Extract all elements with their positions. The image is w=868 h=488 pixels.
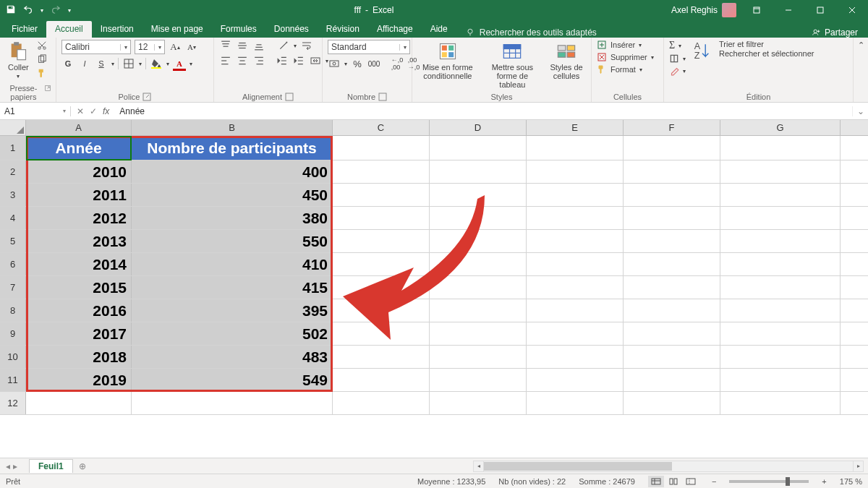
conditional-formatting-button[interactable]: Mise en forme conditionnelle [417,40,478,82]
cell-F1[interactable] [624,136,720,160]
number-format-select[interactable]: Standard▾ [328,40,410,54]
row-header[interactable]: 3 [0,184,26,206]
cell-A1[interactable]: Année [26,136,132,160]
zoom-out-button[interactable]: − [712,477,716,486]
share-button[interactable]: Partager [812,27,858,38]
select-all-corner[interactable] [0,120,26,135]
cell-D11[interactable] [430,369,527,391]
cell-F7[interactable] [624,276,720,299]
column-header-C[interactable]: C [333,120,430,135]
undo-dropdown-icon[interactable]: ▾ [41,7,43,14]
format-painter-icon[interactable] [35,67,48,79]
column-header-D[interactable]: D [430,120,527,135]
column-header-E[interactable]: E [527,120,624,135]
insert-cells-button[interactable]: Insérer▾ [597,40,642,50]
cell-B10[interactable]: 483 [132,346,333,368]
cell-C8[interactable] [333,299,430,322]
align-middle-icon[interactable] [236,40,249,51]
launcher-icon[interactable] [285,93,294,101]
tab-review[interactable]: Révision [318,21,368,38]
cell-D9[interactable] [430,322,527,345]
sort-filter-label[interactable]: Trier et filtrer [719,40,814,49]
cell-F6[interactable] [624,253,720,275]
delete-cells-button[interactable]: Supprimer▾ [597,52,654,62]
cell-F12[interactable] [624,392,720,414]
cell-F8[interactable] [624,299,720,322]
account-area[interactable]: Axel Reghis [671,3,741,17]
paste-button[interactable]: Coller ▾ [5,40,32,81]
cell-E6[interactable] [527,253,624,275]
bold-button[interactable]: G [61,58,75,69]
column-header-F[interactable]: F [624,120,720,135]
cell-G1[interactable] [720,136,841,160]
find-select-label[interactable]: Rechercher et sélectionner [719,49,814,59]
cell-C3[interactable] [333,184,430,206]
horizontal-scrollbar[interactable]: ◂▸ [473,461,864,472]
minimize-button[interactable] [773,0,804,20]
cell-G5[interactable] [720,230,841,252]
wrap-text-icon[interactable] [300,40,313,51]
cell-F5[interactable] [624,230,720,252]
tab-view[interactable]: Affichage [368,21,422,38]
row-header[interactable]: 6 [0,253,26,275]
format-as-table-button[interactable]: Mettre sous forme de tableau [482,40,543,90]
cell-E10[interactable] [527,346,624,368]
collapse-ribbon-icon[interactable]: ⌃ [854,38,868,102]
border-icon[interactable] [122,58,135,69]
sheet-nav-last-icon[interactable]: ▸ [13,461,17,471]
tab-home[interactable]: Accueil [46,21,92,38]
column-header-G[interactable]: G [720,120,841,135]
cancel-formula-icon[interactable]: ✕ [77,106,84,116]
tab-file[interactable]: Fichier [3,21,46,38]
tell-me[interactable]: Rechercher des outils adaptés [465,27,597,38]
cell-styles-button[interactable]: Styles de cellules [547,40,586,82]
cell-C9[interactable] [333,322,430,345]
cell-G8[interactable] [720,299,841,322]
orientation-icon[interactable] [277,40,290,51]
formula-input[interactable]: Année [115,106,852,116]
cell-A3[interactable]: 2011 [26,184,132,206]
row-header[interactable]: 10 [0,346,26,368]
increase-decimal-icon[interactable]: ←,0,00 [391,58,404,69]
cell-G4[interactable] [720,207,841,229]
cell-D2[interactable] [430,160,527,183]
tab-formulas[interactable]: Formules [212,21,265,38]
tab-layout[interactable]: Mise en page [142,21,212,38]
maximize-button[interactable] [804,0,836,20]
cell-E12[interactable] [527,392,624,414]
zoom-level[interactable]: 175 % [840,477,862,486]
cell-A8[interactable]: 2016 [26,299,132,322]
normal-view-icon[interactable] [648,476,664,487]
cell-F11[interactable] [624,369,720,391]
font-name-select[interactable]: Calibri▾ [61,40,131,54]
cell-G3[interactable] [720,184,841,206]
cell-D6[interactable] [430,253,527,275]
cell-B9[interactable]: 502 [132,322,333,345]
cell-C11[interactable] [333,369,430,391]
cell-D12[interactable] [430,392,527,414]
new-sheet-button[interactable]: ⊕ [79,461,86,471]
accounting-format-icon[interactable] [328,58,341,69]
copy-icon[interactable] [35,53,48,65]
align-left-icon[interactable] [219,55,232,67]
cell-E3[interactable] [527,184,624,206]
italic-button[interactable]: I [78,58,91,69]
row-header[interactable]: 12 [0,392,26,414]
launcher-icon[interactable] [45,84,51,93]
percent-icon[interactable]: % [351,58,364,69]
row-header[interactable]: 4 [0,207,26,229]
row-header[interactable]: 5 [0,230,26,252]
cell-A10[interactable]: 2018 [26,346,132,368]
cell-C6[interactable] [333,253,430,275]
cell-D10[interactable] [430,346,527,368]
cell-B12[interactable] [132,392,333,414]
zoom-slider[interactable] [729,480,809,483]
thousands-icon[interactable]: 000 [367,58,380,69]
cell-F3[interactable] [624,184,720,206]
sheet-tab[interactable]: Feuil1 [29,459,73,473]
cell-A4[interactable]: 2012 [26,207,132,229]
cell-E7[interactable] [527,276,624,299]
cell-C5[interactable] [333,230,430,252]
cell-B2[interactable]: 400 [132,160,333,183]
cell-G10[interactable] [720,346,841,368]
